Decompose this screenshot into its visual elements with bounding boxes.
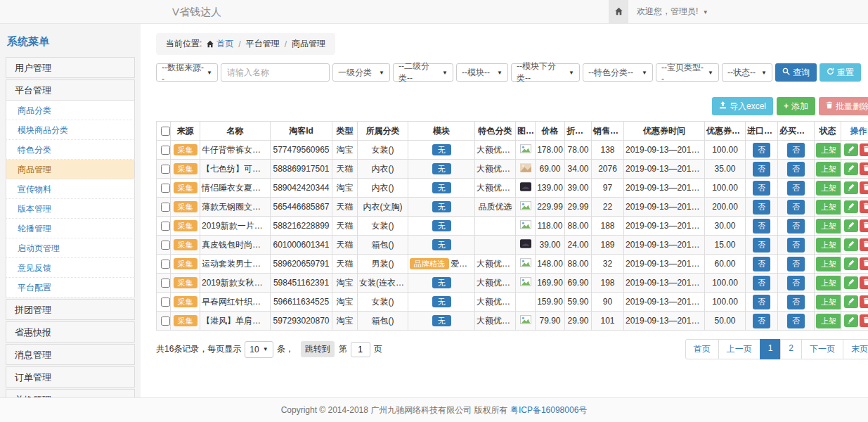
sidebar-item-order-mgmt[interactable]: 订单管理: [6, 366, 135, 388]
edit-button[interactable]: [844, 238, 858, 251]
delete-button[interactable]: [860, 257, 868, 270]
import-excel-button[interactable]: 导入excel: [712, 97, 773, 115]
edit-button[interactable]: [844, 314, 858, 327]
row-checkbox[interactable]: [161, 146, 170, 155]
row-checkbox[interactable]: [161, 298, 170, 307]
row-checkbox[interactable]: [161, 279, 170, 288]
sidebar-item-platform-config[interactable]: 平台配置: [6, 278, 135, 298]
edit-button[interactable]: [844, 276, 858, 289]
filter-select-status[interactable]: --状态--▼: [722, 63, 772, 82]
edit-button[interactable]: [844, 219, 858, 232]
sidebar-item-goods-category[interactable]: 商品分类: [6, 101, 135, 120]
filter-select-level2-category[interactable]: --二级分类--▼: [393, 63, 453, 82]
module-none-badge[interactable]: 无: [432, 296, 451, 307]
import-select-toggle[interactable]: 否: [753, 143, 770, 158]
filter-select-level1-category[interactable]: 一级分类▼: [332, 63, 390, 82]
reset-button[interactable]: 重置: [820, 63, 861, 82]
select-all-checkbox[interactable]: [161, 127, 170, 136]
delete-button[interactable]: [860, 181, 868, 194]
import-select-toggle[interactable]: 否: [753, 181, 770, 196]
filter-input-name[interactable]: [221, 63, 330, 82]
status-toggle[interactable]: 上架: [816, 295, 841, 309]
filter-select-data-source[interactable]: --数据来源--▼: [156, 63, 218, 82]
must-buy-toggle[interactable]: 否: [787, 295, 805, 309]
sidebar-item-version-mgmt[interactable]: 版本管理: [6, 199, 135, 219]
status-toggle[interactable]: 上架: [816, 257, 841, 271]
module-none-badge[interactable]: 无: [432, 220, 451, 231]
sidebar-item-goods-mgmt[interactable]: 商品管理: [6, 160, 135, 179]
module-none-badge[interactable]: 无: [432, 277, 451, 288]
sidebar-item-feedback[interactable]: 意见反馈: [6, 258, 135, 278]
must-buy-toggle[interactable]: 否: [787, 257, 805, 271]
edit-button[interactable]: [844, 143, 858, 156]
batch-delete-button[interactable]: 批量删除: [819, 97, 868, 115]
row-checkbox[interactable]: [161, 184, 170, 193]
icp-link[interactable]: 粤ICP备16098006号: [510, 404, 587, 416]
status-toggle[interactable]: 上架: [816, 200, 841, 215]
sidebar-item-user-mgmt[interactable]: 用户管理: [6, 57, 135, 78]
import-select-toggle[interactable]: 否: [753, 200, 770, 215]
module-none-badge[interactable]: 无: [432, 182, 451, 193]
import-select-toggle[interactable]: 否: [753, 257, 770, 271]
import-select-toggle[interactable]: 否: [753, 295, 770, 309]
module-none-badge[interactable]: 无: [432, 239, 451, 250]
sidebar-item-platform-mgmt[interactable]: 平台管理: [6, 79, 135, 101]
import-select-toggle[interactable]: 否: [753, 219, 770, 234]
module-none-badge[interactable]: 无: [432, 201, 451, 212]
delete-button[interactable]: [860, 200, 868, 213]
sidebar-item-carousel-mgmt[interactable]: 轮播管理: [6, 219, 135, 238]
sidebar-item-message-mgmt[interactable]: 消息管理: [6, 344, 135, 365]
import-select-toggle[interactable]: 否: [753, 276, 770, 290]
page-button-上一页[interactable]: 上一页: [718, 339, 760, 359]
delete-button[interactable]: [860, 143, 868, 156]
import-select-toggle[interactable]: 否: [753, 162, 770, 177]
module-badge[interactable]: 品牌精选: [410, 258, 449, 269]
breadcrumb-home-link[interactable]: 首页: [216, 38, 233, 50]
edit-button[interactable]: [844, 162, 858, 175]
must-buy-toggle[interactable]: 否: [787, 219, 805, 234]
row-checkbox[interactable]: [161, 203, 170, 212]
sidebar-item-exchange-mgmt[interactable]: 兑换管理: [6, 389, 135, 397]
must-buy-toggle[interactable]: 否: [787, 143, 805, 158]
sidebar-item-feature-category[interactable]: 特色分类: [6, 140, 135, 160]
delete-button[interactable]: [860, 238, 868, 251]
search-button[interactable]: 查询: [775, 63, 817, 82]
status-toggle[interactable]: 上架: [816, 162, 841, 177]
edit-button[interactable]: [844, 295, 858, 308]
delete-button[interactable]: [860, 162, 868, 175]
page-button-1[interactable]: 1: [760, 339, 782, 359]
page-button-末页[interactable]: 末页: [843, 339, 868, 359]
must-buy-toggle[interactable]: 否: [787, 276, 805, 290]
delete-button[interactable]: [860, 219, 868, 232]
row-checkbox[interactable]: [161, 260, 170, 269]
status-toggle[interactable]: 上架: [816, 219, 841, 234]
status-toggle[interactable]: 上架: [816, 276, 841, 290]
delete-button[interactable]: [860, 314, 868, 327]
edit-button[interactable]: [844, 181, 858, 194]
must-buy-toggle[interactable]: 否: [787, 314, 805, 328]
filter-select-module[interactable]: --模块--▼: [456, 63, 508, 82]
status-toggle[interactable]: 上架: [816, 238, 841, 252]
edit-button[interactable]: [844, 257, 858, 270]
delete-button[interactable]: [860, 276, 868, 289]
must-buy-toggle[interactable]: 否: [787, 200, 805, 215]
page-button-下一页[interactable]: 下一页: [801, 339, 843, 359]
sidebar-item-group-buy-mgmt[interactable]: 拼团管理: [6, 299, 135, 320]
filter-select-feature-category[interactable]: --特色分类--▼: [583, 63, 653, 82]
row-checkbox[interactable]: [161, 316, 170, 326]
sidebar-item-promo-material[interactable]: 宣传物料: [6, 179, 135, 199]
status-toggle[interactable]: 上架: [816, 143, 841, 158]
page-button-2[interactable]: 2: [780, 339, 802, 359]
must-buy-toggle[interactable]: 否: [787, 181, 805, 196]
row-checkbox[interactable]: [161, 165, 170, 174]
status-toggle[interactable]: 上架: [816, 181, 841, 196]
add-button[interactable]: + 添加: [777, 97, 815, 115]
jump-to-button[interactable]: 跳转到: [301, 341, 335, 357]
filter-select-module-sub-category[interactable]: --模块下分类--▼: [511, 63, 580, 82]
row-checkbox[interactable]: [161, 241, 170, 250]
filter-select-item-type[interactable]: --宝贝类型--▼: [656, 63, 719, 82]
row-checkbox[interactable]: [161, 222, 170, 231]
delete-button[interactable]: [860, 295, 868, 308]
home-nav-button[interactable]: [609, 0, 628, 23]
module-none-badge[interactable]: 无: [432, 144, 451, 155]
